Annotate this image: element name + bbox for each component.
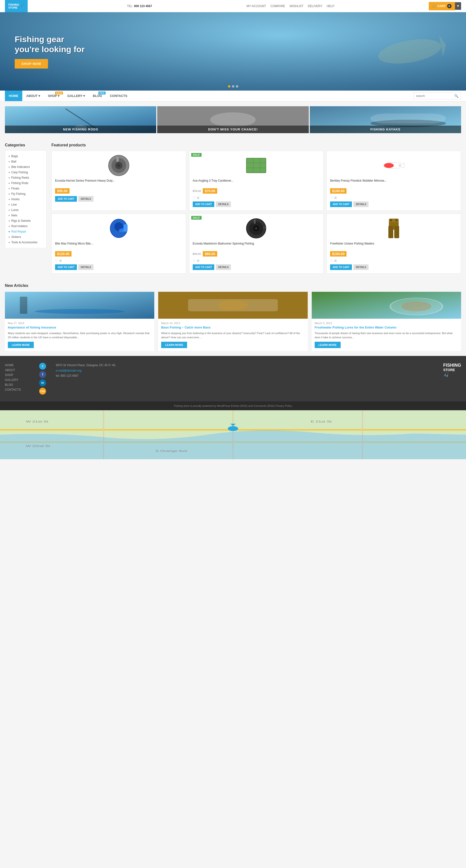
cat-floats[interactable]: Floats [8,186,43,191]
add-to-cart-6[interactable]: ADD TO CART [330,265,352,270]
details-4[interactable]: DETAILS [78,265,93,270]
compare-icon-2[interactable]: ⊞ [197,196,199,199]
my-account-link[interactable]: MY ACCOUNT [246,4,266,8]
cat-rod-repair[interactable]: Rod Repair [8,229,43,234]
learn-more-2[interactable]: LEARN MORE [161,342,187,348]
article-title-2[interactable]: Bass Fishing – Catch more Bass [161,326,304,329]
cat-fly-fishing[interactable]: Fly Fishing [8,191,43,196]
slide-dot-1[interactable] [228,85,230,88]
cat-bags[interactable]: Bags [8,153,43,159]
svg-text:W 21st St: W 21st St [26,420,49,423]
details-3[interactable]: DETAILS [353,202,369,207]
linkedin-button[interactable]: in [39,379,46,386]
address-email[interactable]: e-mail@domain.org [56,369,82,372]
slide-dot-3[interactable] [236,85,238,88]
wishlist-icon-6[interactable]: ♡ [330,259,333,262]
wishlist-icon-5[interactable]: ♡ [193,259,196,262]
compare-link[interactable]: COMPARE [270,4,285,8]
nav-gallery[interactable]: GALLERY ▾ [63,91,89,101]
slide-dot-2[interactable] [232,85,234,88]
cat-tools[interactable]: Tools & Accessories [8,240,43,245]
promo-banner-rods[interactable]: NEW FISHING RODS [5,106,156,133]
nav-blog[interactable]: BLOG NEW [89,91,106,101]
cat-bite-indicators[interactable]: Bite Indicators [8,164,43,169]
details-1[interactable]: DETAILS [78,196,93,202]
details-5[interactable]: DETAILS [216,265,231,270]
price-current-4: $120.00 [55,251,71,256]
footer-nav-blog[interactable]: BLOG [5,382,29,387]
delivery-link[interactable]: DELIVERY [308,4,322,8]
cat-rod-holders[interactable]: Rod Holders [8,223,43,229]
cat-fishing-reels[interactable]: Fishing Reels [8,175,43,180]
footer-nav-contacts[interactable]: CONTACTS [5,387,29,392]
footer-nav-shop[interactable]: SHOP [5,373,29,377]
twitter-button[interactable]: t [39,363,46,370]
rss-button[interactable]: rss [39,388,46,395]
cat-fishing-rods[interactable]: Fishing Rods [8,180,43,186]
nav-shop[interactable]: SHOP ▾ SALE [44,91,63,101]
lure-image [381,161,406,170]
cat-carp-fishing[interactable]: Carp Fishing [8,169,43,175]
article-title-3[interactable]: Freshwater Fishing Lures for the Entire … [315,326,458,329]
promo-banner-kayaks[interactable]: FISHING KAYAKS [310,106,461,133]
learn-more-1[interactable]: LEARN MORE [8,342,34,348]
article-title-1[interactable]: Importance of fishing insurance [8,326,151,329]
promo-banner-chance[interactable]: DON'T MISS YOUR CHANCE! [157,106,309,133]
price-current-6: $104.00 [330,251,347,256]
slider-dots [228,85,238,88]
add-to-cart-5[interactable]: ADD TO CART [193,265,214,270]
product-img-4 [55,217,182,239]
svg-point-32 [255,227,257,229]
details-6[interactable]: DETAILS [353,265,369,270]
learn-more-3[interactable]: LEARN MORE [315,342,341,348]
article-body-2: March 14, 2013 Bass Fishing – Catch more… [158,319,308,351]
footer-nav-home[interactable]: HOME [5,363,29,368]
nav-home[interactable]: HOME [5,91,22,101]
article-card-3: March 5, 2013 Freshwater Fishing Lures f… [312,292,461,351]
wishlist-link[interactable]: WISHLIST [289,4,303,8]
logo[interactable]: FISHING STORE 🎣 [5,0,28,12]
facebook-button[interactable]: f [39,371,46,378]
cat-rigs-swivels[interactable]: Rigs & Swivels [8,218,43,223]
add-to-cart-2[interactable]: ADD TO CART [193,202,214,207]
add-to-cart-1[interactable]: ADD TO CART [55,196,77,202]
footer-logo-sub: STORE [443,368,461,372]
wishlist-icon-3[interactable]: ♡ [330,196,333,199]
compare-icon-3[interactable]: ⊞ [334,196,337,199]
article-card-1: May 27, 2014 Importance of fishing insur… [5,292,154,351]
footer-nav-gallery[interactable]: GALLERY [5,377,29,382]
cat-line[interactable]: Line [8,202,43,207]
footer-inner: HOME ABOUT SHOP GALLERY BLOG CONTACTS t … [5,363,461,395]
svg-rect-9 [370,114,446,123]
cart-button[interactable]: 🛒 CART 0 [429,2,455,10]
compare-icon-4[interactable]: ⊞ [59,259,62,262]
add-to-cart-4[interactable]: ADD TO CART [55,265,77,270]
cat-sinkers[interactable]: Sinkers [8,234,43,240]
details-2[interactable]: DETAILS [216,202,231,207]
nav-contacts[interactable]: CONTACTS [106,91,131,101]
price-current-2: $70.00 [203,188,217,194]
svg-point-46 [218,300,248,310]
article-img-svg-3 [312,292,461,319]
cat-nets[interactable]: Nets [8,213,43,218]
search-icon[interactable]: 🔍 [454,94,458,98]
compare-icon-6[interactable]: ⊞ [334,259,337,262]
search-input[interactable] [416,94,453,98]
help-link[interactable]: HELP [327,4,334,8]
svg-rect-14 [116,157,119,162]
footer-nav-about[interactable]: ABOUT [5,368,29,373]
product-card-6: Freefisher Unisex Fishing Waders $104.00… [326,214,461,274]
wishlist-icon-4[interactable]: ♡ [55,259,58,262]
cat-lures[interactable]: Lures [8,207,43,213]
footer-bottom-text: Fishing store is proudly powered by Word… [174,404,292,407]
wishlist-icon-2[interactable]: ♡ [193,196,196,199]
nav-about[interactable]: ABOUT ▾ [22,91,44,101]
compare-icon-5[interactable]: ⊞ [197,259,199,262]
cart-dropdown-button[interactable]: ▼ [455,2,461,10]
cat-bait[interactable]: Bait [8,159,43,164]
article-body-1: May 27, 2014 Importance of fishing insur… [5,319,154,351]
product-icons-2: ♡ ⊞ [193,196,320,199]
add-to-cart-3[interactable]: ADD TO CART [330,202,352,207]
shop-now-button[interactable]: SHOP NOW [15,59,48,68]
cat-hooks[interactable]: Hooks [8,196,43,202]
